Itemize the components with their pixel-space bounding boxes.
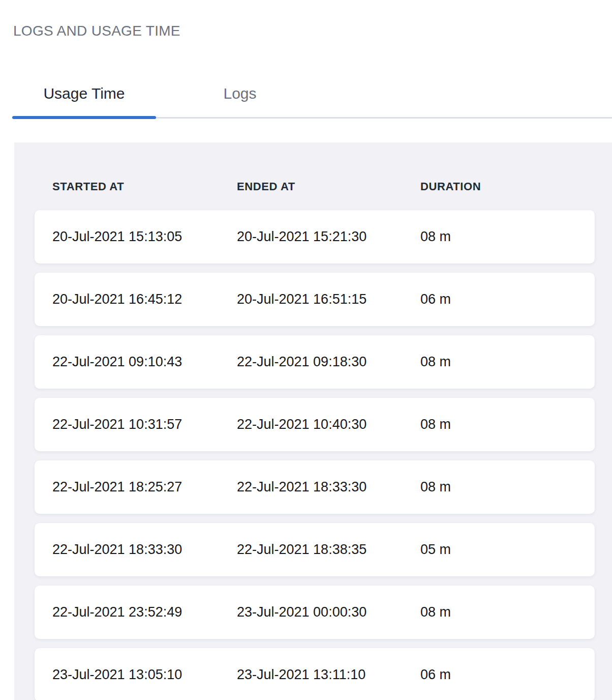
tabs-bar: Usage Time Logs [12, 84, 612, 119]
tab-logs[interactable]: Logs [156, 84, 324, 119]
cell-ended-at: 22-Jul-2021 10:40:30 [237, 417, 420, 432]
column-header-started-at: STARTED AT [52, 180, 237, 193]
cell-ended-at: 22-Jul-2021 18:33:30 [237, 479, 420, 495]
cell-started-at: 22-Jul-2021 09:10:43 [52, 354, 237, 370]
cell-started-at: 23-Jul-2021 13:05:10 [52, 667, 237, 683]
table-row: 23-Jul-2021 13:05:10 23-Jul-2021 13:11:1… [35, 648, 595, 700]
cell-started-at: 22-Jul-2021 23:52:49 [52, 604, 237, 620]
cell-ended-at: 20-Jul-2021 15:21:30 [237, 229, 420, 245]
table-row: 20-Jul-2021 15:13:05 20-Jul-2021 15:21:3… [35, 210, 595, 264]
table-row: 22-Jul-2021 23:52:49 23-Jul-2021 00:00:3… [35, 586, 595, 639]
cell-started-at: 22-Jul-2021 18:33:30 [52, 542, 237, 558]
table-row: 22-Jul-2021 09:10:43 22-Jul-2021 09:18:3… [35, 335, 595, 389]
table-body: 20-Jul-2021 15:13:05 20-Jul-2021 15:21:3… [35, 210, 595, 700]
cell-duration: 08 m [420, 417, 595, 432]
cell-started-at: 20-Jul-2021 15:13:05 [52, 229, 237, 245]
cell-ended-at: 23-Jul-2021 13:11:10 [237, 667, 420, 683]
cell-ended-at: 22-Jul-2021 09:18:30 [237, 354, 420, 370]
cell-started-at: 22-Jul-2021 18:25:27 [52, 479, 237, 495]
cell-ended-at: 22-Jul-2021 18:38:35 [237, 542, 420, 558]
column-header-duration: DURATION [420, 180, 595, 193]
cell-duration: 08 m [420, 229, 595, 245]
table-row: 22-Jul-2021 18:25:27 22-Jul-2021 18:33:3… [35, 460, 595, 514]
table-row: 22-Jul-2021 18:33:30 22-Jul-2021 18:38:3… [35, 523, 595, 576]
table-header-row: STARTED AT ENDED AT DURATION [35, 180, 595, 193]
column-header-ended-at: ENDED AT [237, 180, 420, 193]
logs-usage-section: LOGS AND USAGE TIME Usage Time Logs STAR… [0, 22, 612, 700]
cell-duration: 08 m [420, 354, 595, 370]
cell-ended-at: 23-Jul-2021 00:00:30 [237, 604, 420, 620]
cell-started-at: 20-Jul-2021 16:45:12 [52, 291, 237, 307]
tab-usage-time-label: Usage Time [43, 85, 125, 102]
cell-started-at: 22-Jul-2021 10:31:57 [52, 417, 237, 432]
table-row: 20-Jul-2021 16:45:12 20-Jul-2021 16:51:1… [35, 273, 595, 326]
cell-duration: 05 m [420, 542, 595, 558]
cell-duration: 06 m [420, 291, 595, 307]
table-row: 22-Jul-2021 10:31:57 22-Jul-2021 10:40:3… [35, 398, 595, 451]
tab-usage-time[interactable]: Usage Time [12, 84, 156, 119]
usage-time-panel: STARTED AT ENDED AT DURATION 20-Jul-2021… [14, 142, 612, 700]
cell-ended-at: 20-Jul-2021 16:51:15 [237, 291, 420, 307]
cell-duration: 08 m [420, 604, 595, 620]
page-title: LOGS AND USAGE TIME [13, 22, 612, 40]
cell-duration: 08 m [420, 479, 595, 495]
tab-logs-label: Logs [223, 85, 256, 102]
cell-duration: 06 m [420, 667, 595, 683]
